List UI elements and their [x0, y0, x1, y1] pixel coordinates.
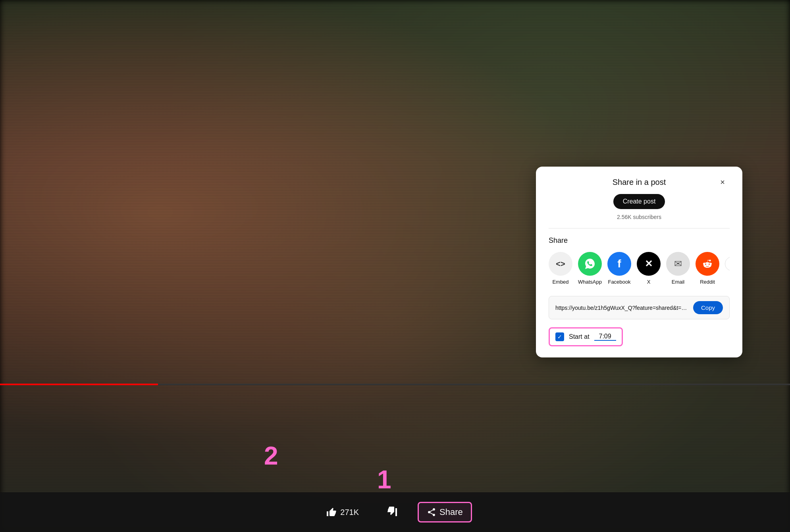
email-label: Email [672, 279, 685, 285]
facebook-icon: f [607, 252, 631, 276]
facebook-label: Facebook [608, 279, 630, 285]
create-post-section: Create post 2.56K subscribers [549, 194, 730, 229]
start-at-input[interactable] [594, 333, 616, 341]
copy-button[interactable]: Copy [693, 301, 723, 314]
share-x-item[interactable]: ✕ X [637, 252, 661, 285]
modal-title: Share in a post [613, 178, 666, 187]
email-icon: ✉ [666, 252, 690, 276]
share-facebook-item[interactable]: f Facebook [607, 252, 631, 285]
thumbs-down-icon [387, 507, 398, 518]
create-post-button[interactable]: Create post [613, 194, 665, 209]
start-at-row: ✓ Start at [549, 327, 623, 346]
share-icons-row: <> Embed WhatsApp f Facebook ✕ X [549, 252, 730, 285]
whatsapp-icon [578, 252, 602, 276]
share-icon [427, 507, 436, 517]
url-bar: https://youtu.be/z1h5gWuxX_Q?feature=sha… [549, 296, 730, 319]
share-label: Share [439, 507, 463, 517]
start-at-label: Start at [569, 333, 590, 340]
share-url: https://youtu.be/z1h5gWuxX_Q?feature=sha… [555, 305, 688, 311]
share-embed-item[interactable]: <> Embed [549, 252, 572, 285]
dislike-action[interactable] [379, 503, 406, 522]
share-whatsapp-item[interactable]: WhatsApp [578, 252, 602, 285]
modal-overlay: Share in a post × Create post 2.56K subs… [0, 0, 790, 532]
embed-label: Embed [552, 279, 568, 285]
reddit-label: Reddit [700, 279, 715, 285]
bottom-bar: 271K Share [0, 492, 790, 532]
share-section-title: Share [549, 236, 730, 245]
thumbs-up-icon [326, 507, 337, 518]
share-email-item[interactable]: ✉ Email [666, 252, 690, 285]
like-count: 271K [340, 508, 359, 517]
share-modal: Share in a post × Create post 2.56K subs… [536, 167, 742, 357]
like-action[interactable]: 271K [318, 503, 367, 522]
subscribers-count: 2.56K subscribers [617, 214, 661, 220]
close-button[interactable]: × [715, 175, 730, 190]
share-action-button[interactable]: Share [418, 502, 472, 522]
whatsapp-label: WhatsApp [578, 279, 602, 285]
share-reddit-item[interactable]: Reddit [696, 252, 719, 285]
start-at-checkbox[interactable]: ✓ [555, 332, 564, 341]
x-label: X [647, 279, 651, 285]
embed-icon: <> [549, 252, 572, 276]
more-share-options-button[interactable]: › [725, 257, 730, 271]
modal-header: Share in a post × [549, 178, 730, 187]
reddit-icon [696, 252, 719, 276]
x-icon: ✕ [637, 252, 661, 276]
